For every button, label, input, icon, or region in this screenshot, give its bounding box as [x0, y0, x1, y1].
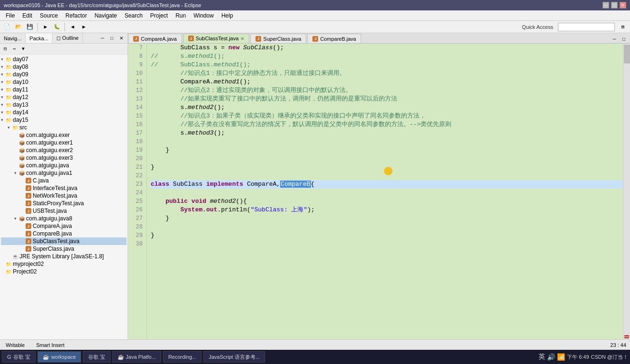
tree-item[interactable]: ▾📁day07	[1, 55, 127, 63]
code-line[interactable]: //如果实现类重写了接口中的默认方法，调用时，仍然调用的是重写以后的方法	[151, 95, 623, 103]
expand-arrow[interactable]: ▾	[1, 87, 6, 92]
code-editor[interactable]: 7891011121314151617181920212223242526272…	[128, 44, 630, 339]
expand-arrow[interactable]: ▾	[1, 80, 6, 84]
code-line[interactable]: //知识点3：如果子类（或实现类）继承的父类和实现的接口中声明了同名同参数的方法…	[151, 112, 623, 120]
tab-compareA[interactable]: J CompareA.java	[128, 34, 182, 43]
tree-item[interactable]: 📦com.atguigu.exer1	[1, 139, 127, 146]
expand-arrow[interactable]: ▾	[1, 110, 6, 115]
menu-file[interactable]: File	[2, 11, 18, 20]
code-line[interactable]: s.method3();	[151, 129, 623, 137]
tree-item[interactable]: ▾📁day13	[1, 101, 127, 109]
minimize-button[interactable]: ─	[603, 2, 609, 9]
tree-item[interactable]: ▾📁day15	[1, 116, 127, 124]
tree-item[interactable]: ▾📁day11	[1, 86, 127, 93]
menu-window[interactable]: Window	[190, 11, 218, 20]
code-line[interactable]: CompareA.method1();	[151, 78, 623, 86]
tree-item[interactable]: ▾📁src	[1, 124, 127, 131]
taskbar-btn-java[interactable]: ☕ Java Platfo...	[112, 351, 161, 363]
toolbar-run[interactable]: ▶	[40, 22, 51, 32]
toolbar-new[interactable]: 📄	[2, 22, 12, 32]
expand-arrow[interactable]: ▾	[14, 216, 19, 221]
code-line[interactable]	[151, 189, 623, 197]
sidebar-maximize-btn[interactable]: □	[108, 34, 116, 43]
editor-minimize-btn[interactable]: ─	[610, 35, 619, 43]
toolbar-perspective[interactable]: ⊞	[618, 22, 628, 32]
scrollbar-thumb[interactable]	[624, 45, 630, 64]
tree-item[interactable]: ▾📁day12	[1, 93, 127, 101]
menu-run[interactable]: Run	[172, 11, 190, 20]
tree-item[interactable]: 📦com.atguigu.exer2	[1, 146, 127, 154]
editor-maximize-btn[interactable]: □	[620, 35, 628, 43]
sidebar-minimize-btn[interactable]: ─	[98, 34, 107, 43]
taskbar-btn-recording[interactable]: Recording...	[163, 351, 201, 363]
code-line[interactable]	[151, 240, 623, 248]
toolbar-forward[interactable]: ▶	[79, 22, 89, 32]
toolbar-open[interactable]: 📂	[13, 22, 24, 32]
code-line[interactable]: }	[151, 146, 623, 155]
code-line[interactable]: class SubClass implements CompareA,Compa…	[151, 180, 623, 189]
tree-item[interactable]: 📁Project02	[1, 268, 127, 275]
code-line[interactable]: // s.method1();	[151, 52, 623, 61]
tree-item[interactable]: JCompareA.java	[1, 222, 127, 230]
tree-item[interactable]: JUSBTest.java	[1, 207, 127, 215]
code-line[interactable]: // SubClass.method1();	[151, 61, 623, 69]
code-line[interactable]: public void method2(){	[151, 197, 623, 206]
toolbar-save[interactable]: 💾	[25, 22, 35, 32]
code-line[interactable]: }	[151, 231, 623, 240]
tab-superclass[interactable]: J SuperClass.java	[250, 34, 306, 43]
tree-item[interactable]: ▾📁day14	[1, 109, 127, 116]
taskbar-btn-workspace[interactable]: ☕ workspace	[37, 351, 82, 363]
expand-arrow[interactable]: ▾	[8, 125, 12, 130]
expand-arrow[interactable]: ▾	[1, 64, 6, 69]
vertical-scrollbar[interactable]	[623, 44, 630, 339]
expand-arrow[interactable]: ▾	[1, 102, 6, 107]
tab-compareb[interactable]: J CompareB.java	[307, 34, 361, 43]
expand-arrow[interactable]: ▾	[1, 118, 6, 122]
code-line[interactable]: //知识点2：通过实现类的对象，可以调用接口中的默认方法。	[151, 86, 623, 95]
expand-arrow[interactable]: ▾	[1, 57, 6, 62]
menu-refactor[interactable]: Refactor	[62, 11, 91, 20]
expand-arrow[interactable]: ▾	[1, 95, 6, 100]
sidebar-close-btn[interactable]: ✕	[117, 34, 126, 43]
tree-item[interactable]: JNetWorkTest.java	[1, 192, 127, 200]
tree-item[interactable]: JCompareB.java	[1, 230, 127, 237]
taskbar-btn-javascript[interactable]: JavaScript 语言参考...	[203, 351, 265, 363]
tree-item[interactable]: JSubClassTest.java	[1, 237, 127, 245]
expand-arrow[interactable]: ▾	[1, 72, 6, 77]
expand-arrow[interactable]: ▾	[14, 171, 19, 175]
code-line[interactable]: SubClass s = new SubClass();	[151, 44, 623, 52]
taskbar-btn-google[interactable]: G 谷歌 宝	[2, 351, 36, 363]
menu-source[interactable]: Source	[36, 11, 62, 20]
quick-access-input[interactable]	[558, 23, 615, 31]
tree-item[interactable]: ▾📦com.atguigu.java1	[1, 169, 127, 177]
close-button[interactable]: ✕	[620, 2, 626, 9]
sidebar-collapse-all[interactable]: ⊟	[1, 45, 9, 53]
tree-item[interactable]: JSuperClass.java	[1, 245, 127, 253]
code-line[interactable]	[151, 223, 623, 231]
code-line[interactable]: System.out.println("SubClass: 上海");	[151, 206, 623, 214]
menu-edit[interactable]: Edit	[18, 11, 36, 20]
code-line[interactable]: //那么子类在没有重写此方法的情况下，默认调用的是父类中的同名同参数的方法。--…	[151, 120, 623, 129]
menu-search[interactable]: Search	[121, 11, 146, 20]
code-line[interactable]	[151, 137, 623, 146]
tree-item[interactable]: ▾📁day10	[1, 78, 127, 86]
code-line[interactable]	[151, 172, 623, 180]
tree-item[interactable]: 📦com.atguigu.java	[1, 162, 127, 169]
tab-subclasstest[interactable]: J SubClassTest.java ✕	[183, 34, 250, 43]
code-line[interactable]: }	[151, 214, 623, 223]
maximize-button[interactable]: □	[611, 2, 618, 9]
tab-close-subclass[interactable]: ✕	[240, 36, 244, 41]
code-line[interactable]	[151, 155, 623, 163]
menu-help[interactable]: Help	[218, 11, 237, 20]
menu-project[interactable]: Project	[146, 11, 172, 20]
tree-item[interactable]: 📦com.atguigu.exer3	[1, 154, 127, 162]
tree-item[interactable]: JStaticProxyTest.java	[1, 200, 127, 207]
tree-item[interactable]: ▾📦com.atguigu.java8	[1, 215, 127, 222]
sidebar-tab-navigate[interactable]: Navig...	[0, 33, 26, 43]
code-line[interactable]: }	[151, 163, 623, 172]
code-line[interactable]: //知识点1：接口中定义的静态方法，只能通过接口来调用。	[151, 69, 623, 78]
sidebar-tab-packages[interactable]: Packa...	[26, 33, 53, 43]
sidebar-link-editor[interactable]: ⇔	[10, 45, 18, 53]
taskbar-btn-google2[interactable]: 谷歌 宝	[83, 351, 110, 363]
toolbar-back[interactable]: ◀	[67, 22, 78, 32]
